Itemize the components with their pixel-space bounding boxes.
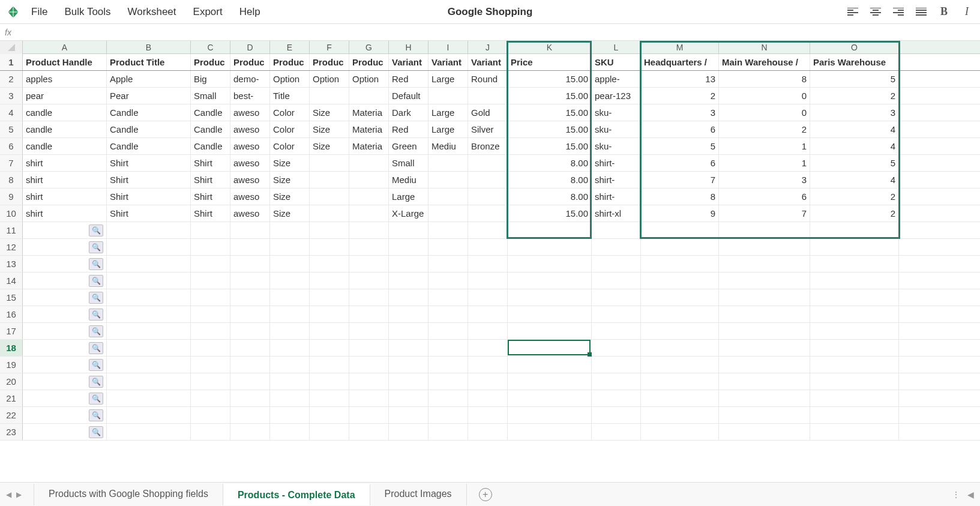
cell[interactable]: Size	[310, 121, 349, 137]
cell[interactable]	[508, 390, 592, 406]
cell[interactable]: sku-	[592, 138, 641, 154]
cell[interactable]	[270, 222, 310, 238]
cell[interactable]	[230, 390, 270, 406]
cell[interactable]: Size	[270, 188, 310, 205]
cell[interactable]	[349, 306, 389, 322]
menu-bulk-tools[interactable]: Bulk Tools	[64, 6, 110, 18]
cell[interactable]: 5	[810, 155, 899, 171]
cell[interactable]: shirt	[23, 172, 107, 188]
cell[interactable]: 🔍	[23, 407, 107, 423]
cell[interactable]	[641, 273, 719, 289]
col-header-C[interactable]: C	[191, 41, 230, 53]
cell[interactable]	[107, 222, 191, 238]
cell[interactable]: shirt-xl	[592, 205, 641, 221]
cell[interactable]	[107, 373, 191, 390]
cell[interactable]: 🔍	[23, 222, 107, 238]
cell[interactable]: Size	[310, 138, 349, 154]
cell[interactable]: Dark	[389, 104, 428, 121]
cell[interactable]	[592, 373, 641, 390]
cell[interactable]: best-	[230, 88, 270, 104]
cell[interactable]	[191, 340, 230, 356]
cell[interactable]	[428, 205, 468, 221]
cell[interactable]	[428, 373, 468, 390]
header-cell[interactable]: Product Title	[107, 54, 191, 70]
cell[interactable]	[270, 340, 310, 356]
select-all-corner[interactable]	[0, 41, 23, 54]
cell[interactable]	[107, 306, 191, 322]
header-cell[interactable]: Paris Warehouse	[810, 54, 899, 70]
cell[interactable]	[641, 239, 719, 255]
cell[interactable]	[719, 373, 810, 390]
cell[interactable]: shirt-	[592, 172, 641, 188]
row-header-1[interactable]: 1	[0, 54, 23, 70]
cell[interactable]	[349, 172, 389, 188]
cell[interactable]: Small	[389, 155, 428, 171]
cell[interactable]	[389, 340, 428, 356]
cell[interactable]	[508, 407, 592, 423]
cell[interactable]: 15.00	[508, 104, 592, 121]
cell[interactable]	[508, 306, 592, 322]
cell[interactable]: aweso	[230, 205, 270, 221]
col-header-M[interactable]: M	[641, 41, 719, 53]
cell[interactable]	[719, 357, 810, 373]
cell[interactable]: demo-	[230, 71, 270, 87]
menu-help[interactable]: Help	[239, 6, 260, 18]
cell[interactable]	[641, 424, 719, 440]
cell[interactable]	[428, 340, 468, 356]
cell[interactable]: Materia	[349, 104, 389, 121]
cell[interactable]	[230, 357, 270, 373]
cell[interactable]	[349, 407, 389, 423]
cell[interactable]	[428, 256, 468, 272]
cell[interactable]	[107, 273, 191, 289]
cell[interactable]	[592, 357, 641, 373]
cell[interactable]	[810, 390, 899, 406]
cell[interactable]: shirt	[23, 155, 107, 171]
cell[interactable]: pear	[23, 88, 107, 104]
cell[interactable]: Large	[428, 104, 468, 121]
cell[interactable]	[810, 239, 899, 255]
cell[interactable]: sku-	[592, 104, 641, 121]
col-header-D[interactable]: D	[230, 41, 270, 53]
cell[interactable]	[428, 407, 468, 423]
cell[interactable]	[428, 357, 468, 373]
row-header-21[interactable]: 21	[0, 390, 23, 406]
cell[interactable]: Large	[428, 121, 468, 137]
row-header-13[interactable]: 13	[0, 256, 23, 272]
cell[interactable]	[468, 357, 508, 373]
cell[interactable]	[719, 424, 810, 440]
cell[interactable]	[719, 340, 810, 356]
cell[interactable]	[810, 273, 899, 289]
header-cell[interactable]: Produc	[230, 54, 270, 70]
cell[interactable]	[349, 323, 389, 339]
cell[interactable]: Candle	[107, 104, 191, 121]
cell[interactable]: Option	[270, 71, 310, 87]
cell[interactable]: aweso	[230, 188, 270, 205]
cell[interactable]	[592, 256, 641, 272]
cell[interactable]: Candle	[107, 138, 191, 154]
cell[interactable]	[508, 424, 592, 440]
cell[interactable]	[107, 239, 191, 255]
cell[interactable]	[310, 273, 349, 289]
cell[interactable]: Bronze	[468, 138, 508, 154]
lookup-icon[interactable]: 🔍	[89, 275, 103, 287]
cell[interactable]	[389, 357, 428, 373]
cell[interactable]	[310, 306, 349, 322]
cell[interactable]	[107, 256, 191, 272]
cell[interactable]	[349, 205, 389, 221]
cell[interactable]	[468, 373, 508, 390]
col-header-G[interactable]: G	[349, 41, 389, 53]
cell[interactable]	[641, 407, 719, 423]
row-header-16[interactable]: 16	[0, 306, 23, 322]
cell[interactable]	[810, 373, 899, 390]
row-header-18[interactable]: 18	[0, 340, 23, 356]
cell[interactable]: Shirt	[107, 205, 191, 221]
cell[interactable]	[508, 357, 592, 373]
row-header-17[interactable]: 17	[0, 323, 23, 339]
cell[interactable]	[508, 289, 592, 306]
cell[interactable]: shirt	[23, 205, 107, 221]
cell[interactable]: 15.00	[508, 121, 592, 137]
cell[interactable]	[310, 239, 349, 255]
cell[interactable]	[428, 289, 468, 306]
cell[interactable]	[468, 390, 508, 406]
cell[interactable]	[389, 390, 428, 406]
